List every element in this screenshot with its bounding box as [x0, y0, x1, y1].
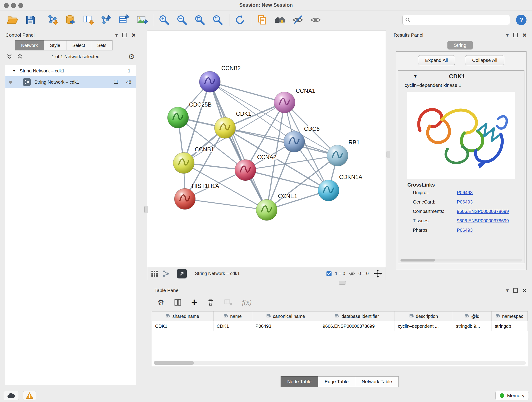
column-header-shared-name[interactable]: shared name [152, 312, 214, 321]
zoom-selected-button[interactable] [211, 13, 225, 27]
apply-layout-button[interactable] [233, 13, 247, 27]
grid-view-icon[interactable] [151, 270, 158, 277]
show-columns-button[interactable] [174, 298, 182, 306]
open-in-browser-button[interactable] [177, 269, 187, 279]
warnings-button[interactable] [23, 391, 36, 400]
column-header-name[interactable]: name [214, 312, 252, 321]
control-panel-collapse-icon[interactable]: ▾ [115, 32, 118, 38]
table-tabs: Node TableEdge TableNetwork Table [281, 376, 399, 387]
string-view-icon[interactable] [162, 270, 169, 277]
results-panel-close-icon[interactable]: × [522, 32, 526, 38]
column-header-label: namespac [502, 314, 523, 319]
network-node-CCNA1[interactable]: CCNA1 [274, 88, 315, 113]
search-input[interactable] [412, 17, 507, 23]
column-header-namespac[interactable]: namespac [492, 312, 528, 321]
hide-graphics-details-button[interactable] [291, 13, 305, 27]
network-edge-CCNB2-CCNE1[interactable] [210, 82, 267, 210]
table-hscrollbar-thumb[interactable] [154, 361, 194, 365]
column-header-canonical-name[interactable]: canonical name [252, 312, 320, 321]
crosslink-value[interactable]: P06493 [457, 199, 473, 205]
network-edge-HIST1H1A-CCNE1[interactable] [185, 199, 267, 210]
network-node-CCNE1[interactable]: CCNE1 [256, 193, 298, 220]
table-cell[interactable]: stringdb:9... [453, 321, 492, 331]
delete-column-button[interactable] [207, 298, 215, 306]
results-hscrollbar[interactable] [400, 259, 522, 262]
import-network-database-button[interactable] [63, 13, 77, 27]
control-panel-float-icon[interactable] [122, 33, 127, 37]
tab-style[interactable]: Style [44, 40, 66, 51]
table-panel-collapse-icon[interactable]: ▾ [506, 288, 509, 293]
export-image-button[interactable] [135, 13, 149, 27]
tab-select[interactable]: Select [66, 40, 91, 51]
warning-triangle-icon [26, 392, 33, 399]
help-button[interactable]: ? [516, 15, 526, 25]
open-session-button[interactable] [6, 13, 19, 27]
crosslink-value[interactable]: 9606.ENSP00000378699 [457, 218, 509, 223]
table-panel-close-icon[interactable]: × [522, 287, 526, 294]
expand-all-button[interactable]: Expand All [418, 55, 455, 65]
function-builder-button[interactable]: f(x) [242, 298, 252, 306]
import-network-file-button[interactable] [46, 13, 59, 27]
network-collection-row[interactable]: ▼ String Network – cdk1 1 [5, 65, 136, 76]
column-header-database-identifier[interactable]: database identifier [319, 312, 394, 321]
table-panel-float-icon[interactable] [513, 288, 518, 293]
cloud-button[interactable] [4, 391, 19, 400]
pan-crosshair-icon[interactable] [374, 269, 382, 278]
panel-splitter-handle[interactable] [144, 206, 148, 213]
crosslink-value[interactable]: P06493 [457, 228, 473, 233]
column-header-@id[interactable]: @id [453, 312, 492, 321]
collapse-all-button[interactable]: Collapse All [465, 55, 505, 65]
crosslink-value[interactable]: P06493 [457, 190, 473, 195]
birdseye-home-button[interactable] [273, 13, 287, 27]
selected-nodes-checkbox-icon[interactable] [326, 271, 332, 276]
clear-table-button-disabled[interactable] [224, 298, 232, 306]
table-row[interactable]: CDK1CDK1P064939606.ENSP00000378699cyclin… [152, 321, 528, 331]
results-panel-collapse-icon[interactable]: ▾ [506, 32, 509, 38]
control-panel-close-icon[interactable]: × [132, 32, 136, 38]
tab-network-table[interactable]: Network Table [355, 376, 399, 387]
crosslink-value[interactable]: 9606.ENSP00000378699 [457, 209, 509, 214]
tab-node-table[interactable]: Node Table [281, 376, 318, 387]
tab-string[interactable]: String [447, 41, 473, 50]
network-node-CDKN1A[interactable]: CDKN1A [318, 174, 362, 201]
save-session-button[interactable] [23, 13, 37, 27]
table-cell[interactable]: 9606.ENSP00000378699 [319, 321, 394, 331]
show-graphics-details-button[interactable] [309, 13, 323, 27]
results-panel-float-icon[interactable] [513, 33, 518, 37]
network-row-selected[interactable]: String Network – cdk1 11 48 [5, 76, 136, 88]
network-node-HIST1H1A[interactable]: HIST1H1A [174, 183, 219, 210]
collapse-all-chevrons-icon[interactable] [6, 54, 12, 60]
collection-disclosure-icon[interactable]: ▼ [12, 69, 16, 73]
network-canvas[interactable]: CCNB2CCNA1CDC25BCDK1CDC6RB1CCNB1CCNA2CDK… [147, 31, 386, 267]
table-hscrollbar[interactable] [154, 361, 526, 365]
tab-sets[interactable]: Sets [91, 40, 113, 51]
gene-disclosure-icon[interactable]: ▼ [413, 74, 418, 79]
zoom-in-button[interactable] [157, 13, 171, 27]
table-toolbar: ⚙ + f(x) [149, 295, 530, 309]
network-node-CCNB1[interactable]: CCNB1 [173, 146, 214, 173]
network-node-RB1[interactable]: RB1 [327, 139, 360, 166]
copy-document-button[interactable] [255, 13, 269, 27]
zoom-fit-button[interactable] [193, 13, 207, 27]
import-table-button[interactable] [81, 13, 95, 27]
results-hscrollbar-thumb[interactable] [400, 259, 435, 262]
export-network-button[interactable] [99, 13, 113, 27]
table-cell[interactable]: CDK1 [214, 321, 252, 331]
memory-button[interactable]: Memory [495, 391, 529, 400]
expand-all-chevrons-icon[interactable] [17, 54, 23, 60]
table-cell[interactable]: cyclin–dependent ... [395, 321, 453, 331]
table-cell[interactable]: CDK1 [152, 321, 214, 331]
hidden-eye-slash-icon[interactable] [348, 270, 355, 277]
add-column-button[interactable]: + [191, 297, 197, 307]
tab-edge-table[interactable]: Edge Table [318, 376, 355, 387]
network-edge-CCNB2-CCNA1[interactable] [210, 82, 285, 102]
tab-network[interactable]: Network [15, 40, 44, 51]
table-settings-button[interactable]: ⚙ [158, 298, 164, 307]
table-cell[interactable]: stringdb [492, 321, 528, 331]
export-table-button[interactable] [117, 13, 131, 27]
zoom-out-button[interactable] [175, 13, 189, 27]
network-options-gear-icon[interactable]: ⚙ [128, 52, 135, 61]
column-header-description[interactable]: description [395, 312, 453, 321]
table-cell[interactable]: P06493 [252, 321, 320, 331]
panel-splitter-handle[interactable] [339, 281, 346, 285]
